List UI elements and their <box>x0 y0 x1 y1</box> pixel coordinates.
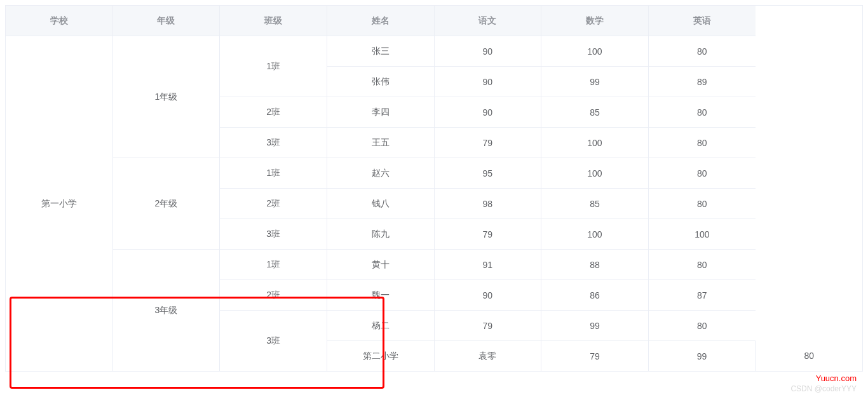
cell-english: 80 <box>648 311 756 341</box>
cell-name: 钱八 <box>327 189 434 219</box>
col-name: 姓名 <box>327 6 434 36</box>
cell-name: 黄十 <box>327 250 434 280</box>
cell-grade: 3年级 <box>112 250 220 372</box>
cell-math: 99 <box>648 341 756 372</box>
cell-english: 100 <box>648 219 756 250</box>
cell-chinese: 95 <box>434 158 541 189</box>
cell-grade: 2年级 <box>112 158 220 250</box>
cell-class: 2班 <box>220 189 327 219</box>
cell-name: 袁零 <box>434 341 541 372</box>
cell-name: 张伟 <box>327 67 434 97</box>
cell-math: 86 <box>541 280 649 311</box>
cell-class: 1班 <box>220 36 327 97</box>
cell-name: 魏一 <box>327 280 434 311</box>
cell-english: 80 <box>648 97 756 128</box>
cell-english: 80 <box>648 158 756 189</box>
cell-chinese: 98 <box>434 189 541 219</box>
cell-class: 1班 <box>220 158 327 189</box>
table-row: 第一小学1年级1班张三9010080 <box>6 36 863 67</box>
cell-class: 3班 <box>220 128 327 158</box>
cell-math: 100 <box>541 36 649 67</box>
cell-chinese: 90 <box>434 280 541 311</box>
author-watermark: CSDN @coderYYY <box>790 384 857 393</box>
cell-school: 第一小学 <box>6 36 113 372</box>
cell-english: 80 <box>648 36 756 67</box>
cell-chinese: 79 <box>434 219 541 250</box>
cell-school: 第二小学 <box>327 341 434 372</box>
table-row: 2年级1班赵六9510080 <box>6 158 863 189</box>
cell-grade: 1年级 <box>112 36 220 158</box>
cell-math: 85 <box>541 189 649 219</box>
cell-math: 88 <box>541 250 649 280</box>
table-body: 第一小学1年级1班张三9010080张伟9099892班李四9085803班王五… <box>6 36 863 372</box>
cell-math: 100 <box>541 128 649 158</box>
cell-class: 2班 <box>220 97 327 128</box>
cell-english: 87 <box>648 280 756 311</box>
cell-class: 2班 <box>220 280 327 311</box>
col-class: 班级 <box>220 6 327 36</box>
col-school: 学校 <box>6 6 113 36</box>
student-scores-table: 学校 年级 班级 姓名 语文 数学 英语 第一小学1年级1班张三9010080张… <box>5 5 863 372</box>
cell-class: 3班 <box>220 219 327 250</box>
cell-english: 80 <box>648 250 756 280</box>
cell-name: 杨二 <box>327 311 434 341</box>
cell-english: 80 <box>756 341 863 372</box>
cell-name: 王五 <box>327 128 434 158</box>
cell-math: 100 <box>541 219 649 250</box>
cell-chinese: 79 <box>434 128 541 158</box>
site-watermark: Yuucn.com <box>816 373 857 383</box>
col-grade: 年级 <box>112 6 220 36</box>
cell-chinese: 90 <box>434 97 541 128</box>
cell-english: 80 <box>648 189 756 219</box>
cell-english: 80 <box>648 128 756 158</box>
cell-name: 李四 <box>327 97 434 128</box>
cell-chinese: 90 <box>434 67 541 97</box>
col-english: 英语 <box>648 6 756 36</box>
cell-math: 85 <box>541 97 649 128</box>
cell-math: 99 <box>541 67 649 97</box>
cell-chinese: 79 <box>541 341 649 372</box>
cell-name: 陈九 <box>327 219 434 250</box>
cell-name: 张三 <box>327 36 434 67</box>
cell-class: 3班 <box>220 311 327 372</box>
table-row: 3年级1班黄十918880 <box>6 250 863 280</box>
cell-name: 赵六 <box>327 158 434 189</box>
cell-chinese: 90 <box>434 36 541 67</box>
header-row: 学校 年级 班级 姓名 语文 数学 英语 <box>6 6 863 36</box>
cell-class: 1班 <box>220 250 327 280</box>
cell-math: 99 <box>541 311 649 341</box>
col-chinese: 语文 <box>434 6 541 36</box>
col-math: 数学 <box>541 6 649 36</box>
cell-english: 89 <box>648 67 756 97</box>
cell-math: 100 <box>541 158 649 189</box>
cell-chinese: 91 <box>434 250 541 280</box>
cell-chinese: 79 <box>434 311 541 341</box>
table-container: 学校 年级 班级 姓名 语文 数学 英语 第一小学1年级1班张三9010080张… <box>0 0 868 377</box>
